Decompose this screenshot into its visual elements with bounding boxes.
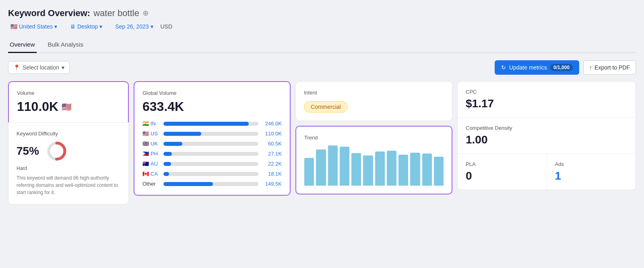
trend-bar: [328, 145, 338, 186]
middle-column: Intent Commercial Trend: [295, 81, 452, 194]
bar-country-label: 🇮🇳 IN: [142, 121, 160, 127]
global-volume-label: Global Volume: [142, 90, 282, 96]
trend-bar: [434, 157, 444, 186]
kd-row: 75%: [17, 140, 120, 162]
country-flag: 🇺🇸: [10, 23, 17, 30]
cards-grid: Volume 110.0K 🇺🇸 Keyword Difficulty 75%: [8, 81, 636, 205]
country-bars: 🇮🇳 IN 246.0K 🇺🇸 US 110.0K 🇬🇧 UK: [142, 121, 282, 177]
bar-value: 110.0K: [262, 131, 282, 137]
other-label: Other: [142, 181, 160, 187]
header-filters: 🇺🇸 United States ▾ · 🖥 Desktop ▾ · Sep 2…: [8, 23, 636, 31]
bar-track: [163, 152, 258, 156]
other-value: 149.5K: [262, 181, 282, 187]
date-filter[interactable]: Sep 26, 2023 ▾: [113, 23, 155, 31]
bar-value: 18.1K: [262, 171, 282, 177]
pla-label: PLA: [466, 161, 539, 167]
country-bar-row: 🇵🇭 PH 27.1K: [142, 151, 282, 157]
trend-bar: [340, 147, 349, 186]
add-keyword-icon[interactable]: ⊕: [142, 9, 149, 18]
pla-value: 0: [466, 170, 539, 182]
location-pin-icon: 📍: [13, 64, 20, 71]
pla-ads-section: PLA 0 Ads 1: [458, 154, 636, 190]
bar-fill: [163, 162, 171, 166]
tab-bulk-analysis[interactable]: Bulk Analysis: [46, 37, 85, 53]
trend-bar: [304, 158, 314, 186]
bar-country-label: 🇵🇭 PH: [142, 151, 160, 157]
bar-fill: [163, 142, 182, 146]
volume-label: Volume: [17, 90, 120, 96]
export-icon: ↑: [589, 64, 592, 71]
toolbar-right: ↻ Update metrics 0/1,000 ↑ Export to PDF: [495, 60, 636, 75]
country-bar-row: 🇺🇸 US 110.0K: [142, 131, 282, 137]
refresh-icon: ↻: [501, 64, 506, 71]
volume-card: Volume 110.0K 🇺🇸: [8, 81, 129, 123]
right-column: CPC $1.17 Competitive Density 1.00 PLA 0…: [457, 81, 636, 190]
bar-fill: [163, 172, 169, 176]
chevron-down-icon: ▾: [54, 23, 57, 30]
cpc-section: CPC $1.17: [458, 82, 636, 118]
device-label: Desktop: [77, 23, 98, 30]
pla-section: PLA 0: [458, 154, 547, 190]
volume-value: 110.0K 🇺🇸: [17, 99, 120, 114]
competitive-density-section: Competitive Density 1.00: [458, 118, 636, 154]
trend-label: Trend: [304, 135, 444, 141]
country-bar-row: 🇨🇦 CA 18.1K: [142, 171, 282, 177]
trend-bar: [422, 153, 432, 186]
trend-bar: [363, 155, 373, 186]
tab-overview[interactable]: Overview: [8, 37, 37, 53]
chevron-down-icon: ▾: [151, 23, 153, 30]
trend-bar: [316, 149, 326, 186]
kd-value-large: 75%: [17, 145, 39, 158]
country-filter[interactable]: 🇺🇸 United States ▾: [8, 23, 60, 31]
intent-card: Intent Commercial: [295, 81, 452, 121]
kd-description: This keyword will demand 96 high-authori…: [17, 174, 120, 196]
volume-flag: 🇺🇸: [62, 102, 72, 112]
kd-label: Keyword Difficulty: [17, 131, 120, 137]
other-row: Other 149.5K: [142, 181, 282, 187]
ads-label: Ads: [555, 161, 628, 167]
bar-fill: [163, 122, 249, 126]
intent-label: Intent: [304, 90, 444, 96]
bar-track: [163, 172, 258, 176]
trend-bar: [410, 153, 420, 186]
chevron-down-icon: ▾: [62, 64, 64, 71]
trend-chart: [304, 145, 444, 186]
bar-country-label: 🇦🇺 AU: [142, 161, 160, 167]
ads-section: Ads 1: [547, 154, 636, 190]
kd-difficulty-label: Hard: [17, 166, 120, 171]
trend-bar: [398, 155, 408, 186]
country-bar-row: 🇬🇧 UK 60.5K: [142, 141, 282, 147]
bar-country-label: 🇨🇦 CA: [142, 171, 160, 177]
desktop-icon: 🖥: [70, 23, 76, 30]
bar-track: [163, 132, 258, 136]
device-filter[interactable]: 🖥 Desktop ▾: [68, 23, 105, 31]
left-column: Volume 110.0K 🇺🇸 Keyword Difficulty 75%: [8, 81, 129, 205]
update-metrics-button[interactable]: ↻ Update metrics 0/1,000: [495, 60, 579, 75]
select-location-dropdown[interactable]: 📍 Select location ▾: [8, 61, 70, 74]
export-pdf-button[interactable]: ↑ Export to PDF: [583, 60, 636, 75]
toolbar: 📍 Select location ▾ ↻ Update metrics 0/1…: [8, 60, 636, 75]
country-bar-row: 🇦🇺 AU 22.2K: [142, 161, 282, 167]
intent-badge: Commercial: [304, 101, 348, 113]
bar-value: 60.5K: [262, 141, 282, 147]
trend-bar: [387, 151, 396, 186]
bar-value: 246.0K: [262, 121, 282, 127]
cpc-value: $1.17: [466, 97, 627, 110]
bar-track: [163, 122, 258, 126]
kd-donut-chart: [45, 140, 68, 162]
ads-value: 1: [555, 170, 628, 182]
bar-value: 27.1K: [262, 151, 282, 157]
trend-bar: [351, 153, 361, 186]
bar-fill: [163, 152, 172, 156]
cpc-label: CPC: [466, 89, 627, 95]
bar-track: [163, 162, 258, 166]
page-title: Keyword Overview: water bottle ⊕: [8, 8, 636, 18]
keyword-difficulty-card: Keyword Difficulty 75% Hard This keyword…: [8, 123, 129, 205]
other-bar-fill: [163, 182, 213, 186]
trend-card: Trend: [295, 126, 452, 194]
tabs: Overview Bulk Analysis: [8, 37, 636, 53]
bar-value: 22.2K: [262, 161, 282, 167]
export-label: Export to PDF: [594, 64, 630, 71]
bar-country-label: 🇬🇧 UK: [142, 141, 160, 147]
competitive-density-label: Competitive Density: [466, 125, 627, 131]
